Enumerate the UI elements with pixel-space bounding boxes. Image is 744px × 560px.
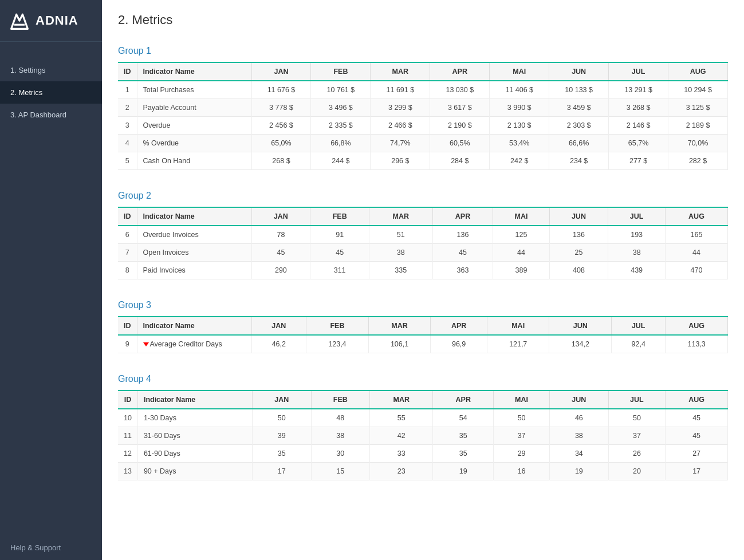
table-cell-r0-c9: 165 [665, 226, 727, 244]
table-cell-r3-c2: 65,0% [251, 135, 311, 152]
table-cell-r3-c5: 60,5% [430, 135, 490, 152]
table-cell-r0-c6: 125 [493, 226, 549, 244]
table-cell-r1-c2: 39 [252, 427, 311, 445]
col-header-2: JAN [252, 391, 311, 409]
col-header-9: AUG [668, 62, 728, 81]
col-header-3: FEB [310, 207, 369, 226]
col-header-3: FEB [311, 391, 370, 409]
table-cell-r2-c0: 12 [118, 445, 137, 463]
table-row: 9Average Creditor Days46,2123,4106,196,9… [118, 335, 728, 353]
col-header-9: AUG [666, 391, 728, 409]
table-cell-r0-c8: 193 [608, 226, 666, 244]
table-cell-r1-c0: 7 [118, 244, 137, 262]
table-row: 2Payable Account3 778 $3 496 $3 299 $3 6… [118, 99, 728, 117]
col-header-1: Indicator Name [137, 317, 251, 335]
table-cell-r3-c1: % Overdue [137, 135, 251, 152]
table-cell-r1-c3: 3 496 $ [311, 99, 371, 117]
table-cell-r4-c3: 244 $ [311, 152, 371, 170]
col-header-6: MAI [493, 207, 549, 226]
table-cell-r4-c4: 296 $ [371, 152, 430, 170]
table-cell-r3-c6: 53,4% [490, 135, 549, 152]
table-cell-r0-c3: 10 761 $ [311, 81, 371, 99]
table-row: 1261-90 Days3530333529342627 [118, 445, 728, 463]
table-cell-r1-c6: 3 990 $ [490, 99, 549, 117]
table-cell-r2-c8: 439 [608, 262, 666, 279]
metrics-table-4: IDIndicator NameJANFEBMARAPRMAIJUNJULAUG… [118, 390, 728, 480]
table-cell-r3-c4: 23 [370, 463, 433, 480]
col-header-0: ID [118, 207, 137, 226]
col-header-7: JUN [549, 62, 609, 81]
table-cell-r0-c4: 51 [369, 226, 433, 244]
table-cell-r0-c0: 1 [118, 81, 137, 99]
table-cell-r2-c8: 26 [608, 445, 666, 463]
table-row: 1131-60 Days3938423537383745 [118, 427, 728, 445]
col-header-2: JAN [251, 62, 311, 81]
col-header-8: JUL [612, 317, 666, 335]
table-cell-r1-c0: 11 [118, 427, 137, 445]
table-cell-r2-c7: 2 303 $ [549, 117, 609, 135]
table-cell-r3-c0: 13 [118, 463, 137, 480]
table-cell-r1-c1: Payable Account [137, 99, 251, 117]
table-row: 101-30 Days5048555450465045 [118, 409, 728, 427]
col-header-5: APR [433, 391, 494, 409]
table-cell-r3-c7: 19 [550, 463, 609, 480]
table-cell-r2-c5: 35 [433, 445, 494, 463]
col-header-2: JAN [251, 317, 306, 335]
table-cell-r2-c7: 34 [550, 445, 609, 463]
table-cell-r2-c8: 2 146 $ [609, 117, 668, 135]
table-cell-r4-c2: 268 $ [251, 152, 311, 170]
table-cell-r1-c9: 44 [665, 244, 727, 262]
table-cell-r1-c0: 2 [118, 99, 137, 117]
table-cell-r4-c5: 284 $ [430, 152, 490, 170]
col-header-4: MAR [368, 317, 431, 335]
table-cell-r1-c2: 45 [251, 244, 310, 262]
table-cell-r2-c0: 8 [118, 262, 137, 279]
table-cell-r3-c5: 19 [433, 463, 494, 480]
table-cell-r0-c3: 91 [310, 226, 369, 244]
table-row: 3Overdue2 456 $2 335 $2 466 $2 190 $2 13… [118, 117, 728, 135]
group-title-2: Group 2 [118, 191, 728, 201]
col-header-2: JAN [251, 207, 310, 226]
logo-area: ADNIA [0, 0, 102, 42]
table-cell-r2-c3: 311 [310, 262, 369, 279]
metrics-table-2: IDIndicator NameJANFEBMARAPRMAIJUNJULAUG… [118, 207, 728, 279]
main-content: 2. Metrics Group 1IDIndicator NameJANFEB… [102, 0, 744, 560]
col-header-4: MAR [371, 62, 430, 81]
table-cell-r0-c7: 46 [550, 409, 609, 427]
sidebar: ADNIA 1. Settings 2. Metrics 3. AP Dashb… [0, 0, 102, 560]
table-cell-r1-c4: 42 [370, 427, 433, 445]
table-cell-r2-c6: 2 130 $ [490, 117, 549, 135]
table-cell-r0-c2: 11 676 $ [251, 81, 311, 99]
table-cell-r2-c5: 2 190 $ [430, 117, 490, 135]
table-cell-r2-c1: 61-90 Days [137, 445, 252, 463]
groups-container: Group 1IDIndicator NameJANFEBMARAPRMAIJU… [118, 46, 728, 480]
nav-settings[interactable]: 1. Settings [0, 59, 102, 81]
group-title-3: Group 3 [118, 300, 728, 310]
table-cell-r1-c5: 35 [433, 427, 494, 445]
table-cell-r1-c6: 44 [493, 244, 549, 262]
table-cell-r1-c1: Open Invoices [137, 244, 251, 262]
table-cell-r1-c6: 37 [494, 427, 550, 445]
table-cell-r3-c9: 17 [666, 463, 728, 480]
table-cell-r3-c3: 66,8% [311, 135, 371, 152]
table-cell-r2-c4: 335 [369, 262, 433, 279]
table-cell-r3-c7: 66,6% [549, 135, 609, 152]
table-cell-r0-c8: 92,4 [612, 335, 666, 353]
table-cell-r3-c2: 17 [252, 463, 311, 480]
table-cell-r0-c5: 54 [433, 409, 494, 427]
col-header-8: JUL [609, 62, 668, 81]
group-section-3: Group 3IDIndicator NameJANFEBMARAPRMAIJU… [118, 300, 728, 353]
col-header-7: JUN [549, 207, 608, 226]
help-support[interactable]: Help & Support [0, 535, 102, 560]
table-cell-r4-c7: 234 $ [549, 152, 609, 170]
table-cell-r0-c3: 48 [311, 409, 370, 427]
table-cell-r0-c6: 50 [494, 409, 550, 427]
group-section-1: Group 1IDIndicator NameJANFEBMARAPRMAIJU… [118, 46, 728, 170]
table-cell-r0-c3: 123,4 [306, 335, 369, 353]
table-row: 7Open Invoices4545384544253844 [118, 244, 728, 262]
nav-metrics[interactable]: 2. Metrics [0, 81, 102, 104]
group-section-4: Group 4IDIndicator NameJANFEBMARAPRMAIJU… [118, 374, 728, 480]
table-cell-r4-c1: Cash On Hand [137, 152, 251, 170]
nav-ap-dashboard[interactable]: 3. AP Dashboard [0, 104, 102, 126]
table-cell-r2-c7: 408 [549, 262, 608, 279]
